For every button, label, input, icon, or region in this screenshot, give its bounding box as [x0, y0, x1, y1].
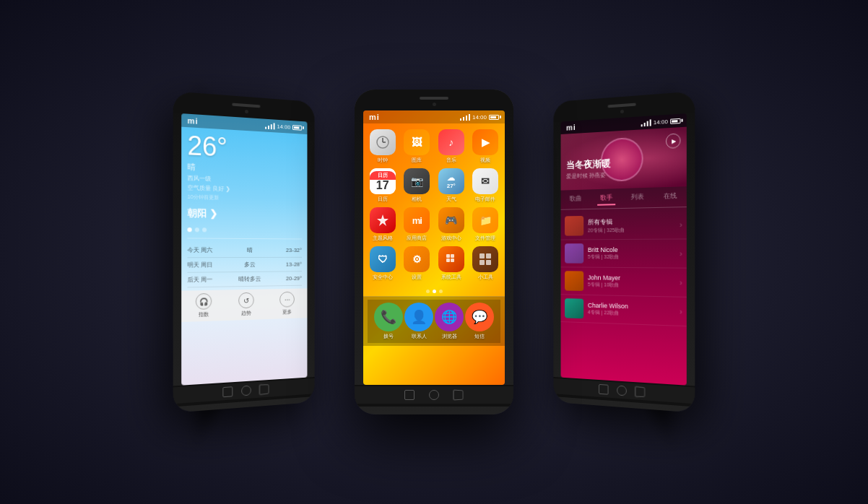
music-item-charlie[interactable]: Charlie Wilson 4专辑 | 22歌曲 ›: [561, 295, 687, 326]
artist-charlie-meta: 4专辑 | 22歌曲: [588, 309, 675, 319]
app-market[interactable]: mi 应用商店: [402, 207, 433, 242]
headphone-icon[interactable]: 🎧: [195, 293, 211, 310]
music-item-john[interactable]: John Mayer 5专辑 | 10歌曲 ›: [561, 267, 687, 297]
nav-back-center[interactable]: [404, 390, 415, 400]
screen-center: mi 14:00 时钟 �: [363, 110, 505, 385]
dock-phone[interactable]: 📞 拨号: [374, 303, 403, 340]
app-widgets[interactable]: 小工具: [471, 246, 501, 281]
app-weather[interactable]: ☁27° 天气: [436, 168, 466, 203]
tab-artists[interactable]: 歌手: [597, 191, 615, 206]
weather-nav-trend[interactable]: ↺ 趋势: [238, 292, 254, 318]
svg-rect-3: [446, 254, 450, 258]
nav-menu-center[interactable]: [453, 389, 463, 400]
app-video[interactable]: ▶ 视频: [471, 129, 501, 164]
app-calendar[interactable]: 日历 17 日历: [368, 168, 398, 203]
app-theme[interactable]: 主题风格: [368, 207, 398, 242]
app-tools[interactable]: 系统工具: [436, 246, 466, 281]
avatar-britt: [565, 243, 583, 263]
artist-all-meta: 20专辑 | 325歌曲: [588, 226, 675, 234]
music-list: 所有专辑 20专辑 | 325歌曲 › Britt Nicole 5专辑 | 3…: [561, 210, 687, 326]
gallery-icon: 🖼: [404, 129, 430, 155]
signal-music: [641, 119, 651, 126]
avatar-all: [565, 216, 583, 236]
video-icon: ▶: [472, 129, 498, 155]
app-gallery[interactable]: 🖼 图库: [402, 129, 433, 164]
weather-forecast: 今天 周六 晴 23-32° 明天 周日 多云 13-28° 后天 周一 晴转多…: [187, 238, 302, 287]
app-camera[interactable]: 📷 相机: [402, 168, 433, 203]
app-email-label: 电子邮件: [475, 196, 495, 203]
trend-icon[interactable]: ↺: [238, 292, 254, 309]
app-settings[interactable]: ⚙ 设置: [402, 246, 433, 281]
dock-messages[interactable]: 💬 短信: [465, 303, 494, 340]
app-files-label: 文件管理: [475, 235, 495, 242]
svg-rect-7: [479, 253, 485, 258]
music-item-britt[interactable]: Britt Nicole 5专辑 | 32歌曲 ›: [561, 239, 687, 268]
app-weather-label: 天气: [446, 196, 456, 203]
page-dots: [363, 287, 505, 296]
tab-online[interactable]: 在线: [661, 190, 680, 204]
messages-icon[interactable]: 💬: [465, 303, 494, 331]
music-tabs: 歌曲 歌手 列表 在线: [561, 186, 687, 210]
dock-phone-label: 拨号: [383, 333, 394, 340]
app-clock-label: 时钟: [378, 157, 388, 164]
weather-update: 10分钟前更新: [187, 194, 302, 204]
dock-area: 📞 拨号 👤 联系人 🌐 浏览器 💬 短信: [363, 296, 505, 346]
artist-britt-name: Britt Nicole: [588, 246, 675, 253]
dock-browser[interactable]: 🌐 浏览器: [435, 303, 464, 340]
phones-container: ▪ ▪ ▪ ▪ ▪ MI mi: [37, 14, 831, 490]
app-theme-label: 主题风格: [373, 235, 393, 242]
settings-icon: ⚙: [404, 246, 430, 272]
contacts-icon[interactable]: 👤: [404, 303, 433, 331]
svg-rect-6: [451, 258, 454, 262]
battery-weather: [292, 125, 302, 131]
nav-home-weather[interactable]: [241, 386, 251, 396]
phone-weather: mi 14:00 26° 晴 西风一级 空气质量 良好 ❯: [173, 91, 315, 412]
nav-back-weather[interactable]: [222, 386, 233, 397]
camera-music: [620, 110, 624, 113]
app-email[interactable]: ✉ 电子邮件: [471, 168, 501, 203]
arrow-john: ›: [680, 279, 682, 287]
app-files[interactable]: 📁 文件管理: [471, 207, 501, 242]
weather-icon: ☁27°: [438, 168, 464, 194]
nav-back-music[interactable]: [599, 384, 608, 395]
music-item-all[interactable]: 所有专辑 20专辑 | 325歌曲 ›: [561, 210, 687, 240]
more-icon[interactable]: ···: [279, 292, 295, 308]
phone-call-icon[interactable]: 📞: [374, 303, 403, 331]
dock-contacts[interactable]: 👤 联系人: [404, 303, 433, 340]
nav-menu-weather[interactable]: [259, 384, 269, 395]
app-calendar-label: 日历: [378, 196, 388, 203]
weather-temp: 26°: [187, 130, 302, 166]
app-music[interactable]: ♪ 音乐: [436, 129, 466, 164]
weather-nav-index[interactable]: 🎧 指数: [195, 293, 211, 318]
weather-location: 朝阳 ❯: [187, 207, 302, 222]
nav-menu-music[interactable]: [635, 386, 645, 397]
tab-playlists[interactable]: 列表: [628, 191, 647, 205]
tab-songs[interactable]: 歌曲: [567, 193, 584, 207]
nav-home-center[interactable]: [429, 390, 439, 400]
time-music: 14:00: [654, 118, 668, 125]
calendar-icon: 日历 17: [370, 168, 396, 194]
app-gallery-label: 图库: [412, 157, 422, 164]
camera-weather: [245, 110, 248, 113]
mi-logo-music: mi: [566, 123, 576, 132]
music-icon: ♪: [438, 129, 464, 155]
apps-grid: 时钟 🖼 图库 ♪ 音乐 ▶ 视频 日历: [363, 123, 505, 287]
tools-icon: [438, 246, 464, 272]
app-security[interactable]: 🛡 安全中心: [368, 246, 398, 281]
weather-bottom-nav: 🎧 指数 ↺ 趋势 ··· 更多: [181, 288, 307, 322]
screen-music: mi 14:00 当冬夜渐暖 爱是时候 孙燕姿 ▶: [561, 113, 687, 386]
dot-2: [433, 290, 436, 293]
avatar-charlie: [565, 298, 583, 318]
nav-home-music[interactable]: [617, 386, 627, 396]
arrow-all: ›: [680, 220, 682, 228]
app-security-label: 安全中心: [373, 274, 393, 281]
browser-icon[interactable]: 🌐: [435, 303, 464, 331]
app-game[interactable]: 🎮 游戏中心: [436, 207, 466, 242]
camera-center: [433, 103, 436, 106]
app-dock: 📞 拨号 👤 联系人 🌐 浏览器 💬 短信: [368, 300, 500, 343]
phone-music: mi 14:00 当冬夜渐暖 爱是时候 孙燕姿 ▶: [553, 91, 695, 412]
weather-nav-more[interactable]: ··· 更多: [279, 292, 295, 316]
app-clock[interactable]: 时钟: [368, 129, 398, 164]
market-icon: mi: [404, 207, 430, 233]
svg-rect-4: [451, 254, 454, 258]
